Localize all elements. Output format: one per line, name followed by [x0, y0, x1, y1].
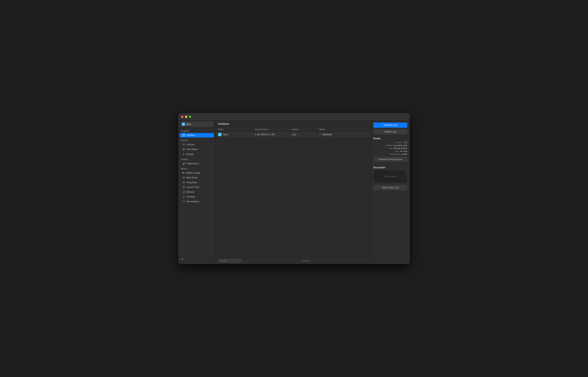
svg-point-6 — [183, 149, 184, 149]
description-placeholder: No Description — [384, 175, 397, 177]
sidebar-item-disk-writes[interactable]: Disk Writes — [180, 147, 214, 152]
svg-line-19 — [184, 187, 184, 188]
svg-rect-1 — [183, 134, 185, 135]
description-title: Description — [373, 166, 407, 169]
filter-icon: ⊙ — [220, 260, 221, 262]
app-icon: S — [218, 133, 221, 136]
sidebar-item-launch-time[interactable]: Launch Time — [180, 185, 214, 189]
sidebar-item-terminations-label: Terminations — [186, 200, 199, 203]
products-section-label: Products — [178, 128, 215, 133]
scheme-icon: S — [182, 123, 185, 126]
launch-time-icon — [182, 186, 185, 189]
table-header: Name Creation Date ▼ Version Status — [215, 127, 371, 132]
memory-icon — [182, 190, 185, 193]
sidebar-item-hang-rate-label: Hang Rate — [186, 181, 197, 184]
sidebar-item-regressions[interactable]: Regressions — [180, 161, 214, 166]
sidebar-item-launch-time-label: Launch Time — [186, 186, 199, 188]
xcode-organizer-window: S Spiro ⌄ Products Archives Reports — [178, 113, 410, 264]
col-header-name: Name — [218, 128, 255, 130]
right-panel: Distribute App Validate App Details Vers… — [371, 120, 410, 264]
content-area: Archives Name Creation Date ▼ Version St… — [215, 120, 371, 264]
hang-rate-icon — [182, 181, 185, 184]
team-value: An Trinh — [400, 150, 407, 152]
energy-icon — [182, 153, 185, 156]
svg-point-5 — [184, 145, 184, 145]
titlebar — [178, 113, 410, 120]
sidebar-item-energy-label: Energy — [186, 153, 193, 155]
architectures-value: arm64 — [402, 153, 407, 155]
svg-point-27 — [183, 196, 184, 198]
col-header-status: Status — [319, 128, 368, 130]
svg-rect-11 — [184, 173, 185, 173]
scheme-name: Spiro — [186, 123, 210, 126]
main-area: S Spiro ⌄ Products Archives Reports — [178, 120, 410, 264]
sidebar: S Spiro ⌄ Products Archives Reports — [178, 120, 215, 264]
scheme-selector-container: S Spiro ⌄ — [178, 120, 215, 128]
maximize-button[interactable] — [189, 116, 191, 118]
description-scrollbar — [405, 171, 407, 182]
scheme-selector[interactable]: S Spiro ⌄ — [180, 122, 213, 127]
sidebar-item-battery-usage[interactable]: Battery Usage — [180, 171, 214, 175]
sidebar-item-energy[interactable]: Energy — [180, 152, 214, 156]
sidebar-item-terminations[interactable]: Terminations — [180, 199, 214, 204]
distribute-app-button[interactable]: Distribute App — [373, 123, 407, 128]
sidebar-item-disk-writes-metrics-label: Disk Writes — [186, 176, 197, 179]
table-row[interactable]: S Spiro 2 Jan 2022 at 17:45 1 (1) ✓ Uplo… — [215, 132, 371, 137]
close-button[interactable] — [181, 116, 184, 118]
crashes-icon — [182, 143, 185, 146]
type-label: Type — [388, 147, 393, 149]
detail-row-team: Team An Trinh — [373, 150, 407, 152]
col-header-version: Version — [292, 128, 319, 130]
validate-app-button[interactable]: Validate App — [373, 129, 407, 134]
reports-section-label: Reports — [178, 138, 215, 142]
row-date-cell: 2 Jan 2022 at 17:45 — [255, 133, 292, 136]
disk-writes-icon — [182, 148, 185, 151]
identifier-value: com.atrinh.spiro — [393, 144, 407, 146]
sidebar-bottom: ⚙ — [178, 256, 215, 262]
sidebar-item-memory[interactable]: Memory — [180, 190, 214, 194]
battery-icon — [182, 171, 185, 174]
identifier-label: Identifier — [385, 144, 393, 146]
architectures-label: Architectures — [390, 153, 401, 155]
row-version-cell: 1 (1) — [292, 133, 319, 136]
svg-rect-0 — [183, 135, 185, 136]
svg-rect-7 — [183, 164, 183, 165]
download-debug-symbols-button[interactable]: Download Debug Symbols — [373, 157, 407, 162]
version-value: 1 (1) — [403, 141, 407, 143]
sidebar-item-disk-writes-metrics[interactable]: Disk Writes — [180, 176, 214, 180]
sidebar-item-archives-label: Archives — [186, 134, 195, 137]
row-name-cell: S Spiro — [218, 133, 255, 136]
sort-arrow-icon: ▼ — [268, 129, 270, 130]
scrolling-icon — [182, 195, 185, 198]
content-header: Archives — [215, 120, 371, 127]
regressions-icon — [182, 162, 185, 165]
team-label: Team — [395, 150, 399, 152]
sidebar-item-scrolling[interactable]: Scrolling — [180, 195, 214, 199]
description-section: Description No Description — [373, 166, 407, 183]
sidebar-item-archives[interactable]: Archives — [180, 133, 214, 137]
page-title: Archives — [218, 122, 229, 125]
sidebar-item-hang-rate[interactable]: Hang Rate — [180, 180, 214, 185]
detail-row-version: Version 1 (1) — [373, 141, 407, 143]
sidebar-item-crashes[interactable]: Crashes — [180, 142, 214, 147]
detail-row-identifier: Identifier com.atrinh.spiro — [373, 144, 407, 146]
sidebar-item-disk-writes-label: Disk Writes — [186, 148, 197, 151]
detail-row-architectures: Architectures arm64 — [373, 153, 407, 155]
traffic-lights — [181, 116, 191, 118]
filter-input[interactable] — [222, 259, 240, 262]
insights-section-label: Insights — [178, 156, 215, 161]
filter-field[interactable]: ⊙ — [218, 259, 242, 262]
sidebar-item-scrolling-label: Scrolling — [186, 196, 195, 198]
row-status-cell: ✓ Uploaded — [319, 133, 368, 136]
terminations-icon — [182, 200, 185, 203]
show-status-log-button[interactable]: Show Status Log — [373, 185, 407, 190]
description-box: No Description — [373, 170, 407, 183]
detail-row-type: Type iOS App Archive — [373, 147, 407, 149]
sidebar-item-battery-usage-label: Battery Usage — [186, 172, 200, 174]
minimize-button[interactable] — [185, 116, 187, 118]
svg-rect-20 — [183, 191, 185, 193]
archive-count: 1 archive — [242, 259, 368, 262]
svg-point-13 — [183, 177, 184, 178]
chevron-down-icon: ⌄ — [210, 123, 212, 125]
activity-indicator: ⚙ — [181, 258, 184, 261]
